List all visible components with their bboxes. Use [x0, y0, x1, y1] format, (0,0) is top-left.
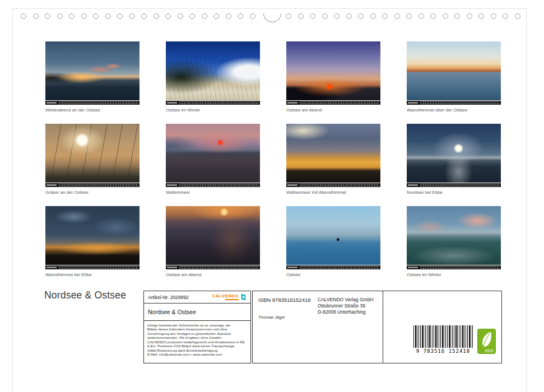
binding-hole	[430, 13, 436, 19]
svg-text:eco: eco	[485, 348, 494, 353]
datestrip-month-label	[47, 184, 57, 186]
binding-hole	[467, 13, 472, 19]
binding-hole	[178, 13, 183, 19]
datestrip-month-label	[167, 184, 177, 186]
thumbnail-caption: Ostsee am Abend	[166, 272, 260, 277]
month-thumbnail: Abendhimmel bei Ebbe	[45, 206, 140, 277]
month-date-strip	[45, 101, 140, 105]
binding-hole	[69, 13, 75, 19]
month-thumbnail: Abendhimmel über der Ostsee	[407, 41, 501, 113]
calvendo-logo-text: CALVENDO	[212, 294, 239, 298]
month-date-strip	[166, 101, 260, 105]
isbn-publisher-box: ISBN 9783516152418 CALVENDO Verlag GmbH …	[252, 291, 383, 363]
binding-hole	[117, 13, 123, 19]
article-number-row: Artikel-Nr. 2029892 CALVENDO	[144, 291, 250, 304]
datestrip-day-cells	[59, 266, 138, 269]
binding-hole	[298, 13, 304, 19]
binding-hole	[406, 13, 412, 19]
month-thumbnail: Nordsee bei Ebbe	[407, 124, 501, 195]
datestrip-month-label	[287, 184, 297, 186]
binding-hole	[238, 13, 243, 19]
thumbnail-caption: Ostsee	[286, 272, 380, 277]
binding-hole	[382, 13, 388, 19]
month-thumbnail: Winterabend an der Ostsee	[45, 41, 140, 113]
binding-hole	[202, 13, 207, 19]
calvendo-logo: CALVENDO	[212, 293, 247, 301]
month-date-strip	[407, 265, 501, 269]
thumbnail-caption: Gräser an der Ostsee	[45, 190, 140, 195]
calvendo-logo-icon	[240, 293, 247, 301]
binding-hole	[165, 13, 171, 19]
binding-hole	[515, 13, 520, 19]
binding-hole	[33, 13, 39, 19]
binding-hole	[213, 13, 219, 19]
datestrip-month-label	[408, 102, 418, 104]
month-thumbnail: Ostsee am Abend	[166, 206, 260, 277]
thumbnail-caption: Ostsee im Winter	[407, 272, 501, 277]
month-date-strip	[286, 265, 380, 269]
month-photo	[166, 206, 260, 265]
month-photo	[45, 124, 140, 183]
datestrip-month-label	[408, 267, 418, 268]
legal-text: Infolge bestehender Schutzrechte ist es …	[144, 321, 250, 359]
article-number: Artikel-Nr. 2029892	[148, 295, 189, 300]
month-thumbnail: Gräser an der Ostsee	[45, 124, 140, 195]
month-date-strip	[407, 101, 501, 105]
product-title: Nordsee & Ostsee	[144, 304, 250, 321]
binding-hole	[310, 13, 315, 19]
binding-hole	[141, 13, 147, 19]
datestrip-day-cells	[179, 101, 259, 104]
barcode-number: 9 783516 152418	[413, 348, 473, 354]
binding-hole	[478, 13, 484, 19]
month-date-strip	[286, 183, 380, 187]
binding-hole	[394, 13, 400, 19]
binding-hole	[57, 13, 63, 19]
binding-hole	[419, 13, 424, 19]
month-photo	[45, 41, 140, 100]
month-date-strip	[166, 265, 260, 269]
binding-hole	[189, 13, 195, 19]
thumbnail-caption: Nordsee bei Ebbe	[407, 190, 501, 195]
datestrip-day-cells	[300, 266, 379, 269]
month-photo	[45, 206, 140, 265]
month-photo	[407, 206, 501, 265]
month-thumbnail: Ostsee im Winter	[166, 41, 260, 113]
datestrip-month-label	[47, 267, 57, 268]
binding-hole	[443, 13, 448, 19]
binding-hole	[250, 13, 255, 19]
datestrip-day-cells	[420, 184, 500, 186]
eco-leaf-icon: eco	[477, 329, 496, 354]
month-photo	[286, 206, 380, 265]
datestrip-month-label	[167, 267, 177, 268]
calendar-title: Nordsee & Ostsee	[44, 290, 126, 301]
ean-barcode: 9 783516 152418	[413, 325, 473, 354]
eco-logo: eco	[477, 329, 496, 354]
binding-hole	[346, 13, 352, 19]
month-thumbnail: Ostsee	[286, 206, 380, 277]
binding-hole	[322, 13, 328, 19]
binding-hole	[334, 13, 340, 19]
month-photo	[407, 41, 501, 100]
month-thumbnail: Ostsee am Abend	[286, 41, 380, 113]
datestrip-month-label	[167, 102, 177, 104]
datestrip-day-cells	[179, 266, 259, 269]
month-photo	[286, 41, 380, 100]
calendar-back-page: Winterabend an der Ostsee Ostsee im Wint…	[12, 8, 527, 391]
datestrip-month-label	[287, 267, 297, 268]
thumbnail-caption: Winterabend an der Ostsee	[45, 108, 140, 113]
binding-hole	[21, 13, 26, 19]
datestrip-day-cells	[59, 101, 138, 104]
thumbnail-caption: Ostsee im Winter	[166, 108, 260, 113]
month-thumbnail: Wattenmeer mit Abendhimmel	[286, 124, 380, 195]
binding-hole	[503, 13, 508, 19]
month-date-strip	[45, 183, 140, 187]
binding-hole	[358, 13, 364, 19]
binding-hole	[454, 13, 460, 19]
thumbnail-caption: Ostsee am Abend	[286, 108, 380, 113]
thumbnail-caption: Abendhimmel über der Ostsee	[407, 108, 501, 113]
datestrip-day-cells	[420, 266, 500, 269]
calvendo-tagline	[225, 299, 239, 300]
month-date-strip	[286, 101, 380, 105]
binding-hole	[154, 13, 159, 19]
isbn-number: ISBN 9783516152418	[258, 297, 311, 303]
